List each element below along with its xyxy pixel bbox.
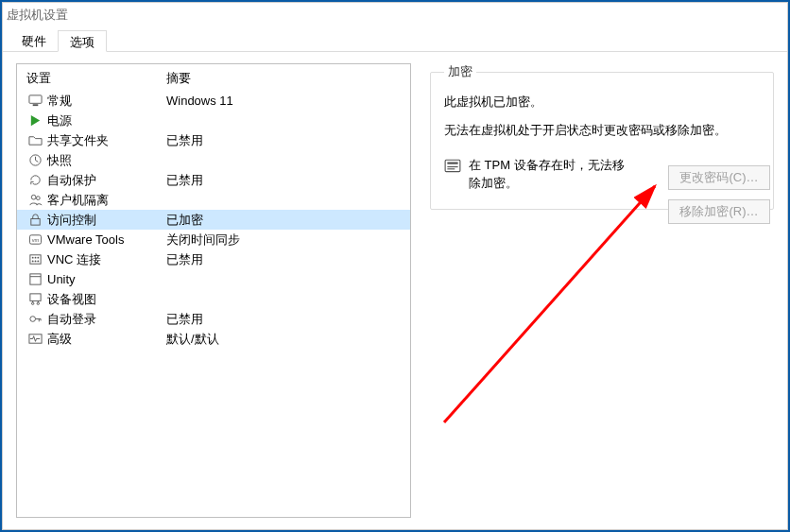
window-icon — [26, 272, 43, 287]
svg-text:vm: vm — [31, 237, 39, 243]
group-legend: 加密 — [444, 63, 476, 80]
list-item-summary: 已禁用 — [166, 172, 401, 189]
diagram-icon — [26, 292, 43, 307]
svg-rect-8 — [29, 255, 40, 264]
svg-point-9 — [31, 257, 33, 259]
svg-rect-29 — [447, 166, 457, 167]
list-item-summary: 关闭时间同步 — [166, 232, 401, 249]
list-item-summary: 已加密 — [166, 212, 401, 229]
list-item[interactable]: 自动登录已禁用 — [17, 309, 410, 329]
list-item-label: VNC 连接 — [47, 251, 166, 268]
svg-line-31 — [444, 186, 655, 422]
svg-rect-0 — [28, 95, 41, 103]
list-item[interactable]: 高级默认/默认 — [17, 329, 410, 349]
monitor-icon — [26, 94, 43, 109]
list-item-label: 电源 — [47, 112, 166, 129]
svg-rect-1 — [32, 104, 38, 106]
list-item[interactable]: 自动保护已禁用 — [17, 170, 410, 190]
svg-point-19 — [37, 302, 39, 304]
vm-settings-window: 虚拟机设置 硬件 选项 设置 摘要 常规Windows 11电源共享文件夹已禁用… — [2, 2, 788, 530]
detail-panel: 加密 此虚拟机已加密。 无法在虚拟机处于开启状态时更改密码或移除加密。 在 TP… — [430, 63, 774, 518]
col-header-summary: 摘要 — [166, 70, 401, 87]
list-item[interactable]: 快照 — [17, 150, 410, 170]
list-item-label: 自动登录 — [47, 311, 166, 328]
svg-point-14 — [37, 260, 39, 262]
play-icon — [26, 113, 43, 129]
list-item[interactable]: 常规Windows 11 — [17, 91, 410, 111]
list-item-summary: 已禁用 — [166, 132, 401, 149]
svg-rect-30 — [447, 168, 455, 169]
list-item[interactable]: 电源 — [17, 111, 410, 130]
list-item-summary: 已禁用 — [166, 251, 401, 268]
col-header-setting: 设置 — [26, 70, 166, 87]
svg-point-11 — [37, 257, 39, 259]
list-item[interactable]: 客户机隔离 — [17, 190, 410, 210]
list-item-label: 自动保护 — [47, 172, 166, 189]
svg-point-3 — [31, 195, 36, 199]
list-item-summary: 默认/默认 — [166, 331, 401, 348]
list-item[interactable]: VNC 连接已禁用 — [17, 249, 410, 269]
change-password-button[interactable]: 更改密码(C)… — [668, 165, 770, 190]
tabstrip: 硬件 选项 — [3, 29, 787, 52]
keypad-icon — [26, 252, 43, 267]
svg-rect-28 — [447, 163, 457, 164]
list-item-label: VMware Tools — [47, 232, 166, 247]
remove-encryption-button[interactable]: 移除加密(R)… — [668, 199, 770, 224]
svg-rect-5 — [30, 219, 39, 226]
boxvm-icon: vm — [26, 232, 43, 248]
list-item-label: 客户机隔离 — [47, 192, 166, 209]
list-item-summary: 已禁用 — [166, 311, 401, 328]
window-title: 虚拟机设置 — [3, 3, 787, 29]
refresh-icon — [26, 173, 43, 188]
list-item-label: 高级 — [47, 331, 166, 348]
key-icon — [26, 312, 43, 327]
svg-rect-15 — [29, 274, 40, 284]
tab-options[interactable]: 选项 — [58, 30, 107, 52]
note-text: 在 TPM 设备存在时，无法移除加密。 — [469, 156, 633, 192]
settings-list: 设置 摘要 常规Windows 11电源共享文件夹已禁用快照自动保护已禁用客户机… — [16, 63, 411, 518]
clock-icon — [26, 153, 43, 168]
list-item-label: Unity — [47, 272, 166, 286]
svg-point-4 — [36, 197, 40, 200]
status-text: 此虚拟机已加密。 — [444, 94, 760, 111]
svg-rect-27 — [445, 160, 460, 171]
folder-icon — [26, 133, 43, 148]
svg-point-18 — [31, 302, 33, 304]
restriction-text: 无法在虚拟机处于开启状态时更改密码或移除加密。 — [444, 122, 760, 139]
info-icon — [444, 158, 461, 175]
svg-rect-17 — [29, 294, 40, 301]
people-icon — [26, 193, 43, 208]
list-item[interactable]: 设备视图 — [17, 289, 410, 309]
svg-point-12 — [31, 260, 33, 262]
list-item[interactable]: vmVMware Tools关闭时间同步 — [17, 230, 410, 249]
list-item-label: 快照 — [47, 152, 166, 169]
svg-point-13 — [34, 260, 36, 262]
list-item-label: 常规 — [47, 93, 166, 110]
tab-hardware[interactable]: 硬件 — [10, 30, 58, 52]
list-item[interactable]: 共享文件夹已禁用 — [17, 130, 410, 150]
svg-point-22 — [29, 317, 35, 322]
lock-icon — [26, 213, 43, 228]
list-item-label: 共享文件夹 — [47, 132, 166, 149]
list-item-summary: Windows 11 — [166, 94, 401, 108]
pulse-icon — [26, 332, 43, 347]
list-item-label: 访问控制 — [47, 212, 166, 229]
svg-point-10 — [34, 257, 36, 259]
list-item[interactable]: Unity — [17, 269, 410, 289]
list-item[interactable]: 访问控制已加密 — [17, 210, 410, 230]
list-item-label: 设备视图 — [47, 291, 166, 308]
